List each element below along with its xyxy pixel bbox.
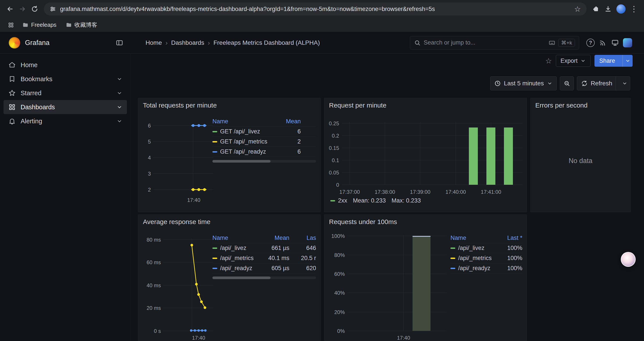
legend-header-name[interactable]: Name [450, 235, 496, 241]
legend-row[interactable]: GET /api/_readyz 6 [212, 147, 316, 157]
panel-title[interactable]: Average response time [143, 218, 210, 226]
help-button[interactable]: ? [584, 37, 597, 49]
legend-row[interactable]: /api/_livez 661 µs 646 [212, 243, 316, 253]
svg-text:4: 4 [148, 155, 151, 161]
extensions-icon[interactable] [590, 3, 602, 15]
svg-text:17:41:00: 17:41:00 [481, 189, 501, 195]
legend-header-name[interactable]: Name [212, 235, 256, 241]
chevron-down-icon[interactable] [116, 76, 122, 82]
legend-row[interactable]: /api/_livez 100% [450, 243, 522, 253]
legend-header-name[interactable]: Name [212, 118, 272, 125]
downloads-button[interactable] [602, 3, 614, 15]
scrollbar-thumb[interactable] [212, 160, 270, 163]
svg-text:40 ms: 40 ms [147, 282, 161, 288]
back-button[interactable] [4, 3, 16, 15]
bookmark-item[interactable]: Freeleaps [19, 20, 60, 30]
bookmark-star-icon[interactable]: ☆ [574, 5, 581, 14]
site-settings-icon[interactable] [50, 6, 56, 12]
series-last: 20.5 r [289, 255, 316, 261]
legend-row[interactable]: /api/_readyz 100% [450, 263, 522, 273]
series-name: GET /api/_readyz [220, 148, 266, 155]
browser-profile-avatar[interactable] [616, 5, 626, 14]
series-mean: 40.1 ms [256, 255, 289, 261]
legend-header-mean[interactable]: Mean [256, 235, 289, 241]
chevron-down-icon[interactable] [116, 118, 122, 124]
share-label[interactable]: Share [594, 55, 620, 67]
series-last: 100% [496, 265, 522, 272]
browser-menu-button[interactable]: ⋮ [628, 3, 640, 15]
sidebar-item-home[interactable]: Home [4, 58, 127, 72]
legend-row[interactable]: /api/_metrics 40.1 ms 20.5 r [212, 253, 316, 263]
panel-title[interactable]: Requests under 100ms [329, 218, 397, 226]
svg-text:60 ms: 60 ms [147, 259, 161, 265]
browser-toolbar: grafana.mathmast.com/d/deytv4rwavabkb/fr… [0, 0, 644, 18]
breadcrumb-dashboards[interactable]: Dashboards [171, 39, 204, 46]
assistant-avatar[interactable] [621, 252, 636, 267]
kebab-menu-icon: ⋮ [630, 5, 638, 14]
user-avatar[interactable] [623, 38, 632, 47]
legend-header-last[interactable]: Las [289, 235, 316, 241]
search-bar[interactable]: ⌘+k [410, 36, 579, 50]
breadcrumb-current: Freeleaps Metrics Dashboard (ALPHA) [214, 39, 320, 46]
chevron-down-icon [547, 81, 552, 86]
sidebar-item-alerting[interactable]: Alerting [4, 114, 127, 128]
legend-header-last[interactable]: Last * [496, 235, 522, 241]
apps-grid-button[interactable] [6, 20, 16, 30]
svg-text:40%: 40% [334, 290, 345, 296]
mega-menu-toggle[interactable] [116, 39, 123, 47]
series-mean: 6 [272, 128, 301, 135]
chevron-down-icon[interactable] [116, 104, 122, 110]
series-swatch-green [212, 247, 217, 249]
address-bar[interactable]: grafana.mathmast.com/d/deytv4rwavabkb/fr… [44, 3, 586, 16]
forward-button[interactable] [16, 3, 28, 15]
legend-horizontal-scrollbar[interactable] [212, 276, 316, 279]
breadcrumb-home[interactable]: Home [146, 39, 162, 46]
svg-text:80%: 80% [334, 252, 345, 258]
panel-average-response-time: Average response time 80 ms 60 ms 40 ms … [138, 214, 321, 341]
sidebar-item-bookmarks[interactable]: Bookmarks [4, 72, 127, 86]
reload-button[interactable] [28, 3, 41, 15]
legend-series-2xx[interactable]: 2xx [330, 197, 347, 204]
url-text[interactable]: grafana.mathmast.com/d/deytv4rwavabkb/fr… [60, 6, 570, 13]
legend-row[interactable]: /api/_metrics 100% [450, 253, 522, 263]
series-name: 2xx [338, 197, 347, 204]
series-name: /api/_metrics [220, 255, 254, 261]
favorite-star-icon[interactable]: ☆ [545, 56, 552, 65]
chevron-down-icon [625, 58, 631, 64]
display-button[interactable] [609, 37, 621, 49]
p5-chart: 100% 80% 60% 40% 20% 0% 17:40 [326, 234, 449, 341]
refresh-interval-toggle[interactable] [620, 81, 630, 86]
export-button[interactable]: Export [556, 55, 590, 67]
legend-row[interactable]: GET /api/_metrics 2 [212, 137, 316, 147]
legend-header-mean[interactable]: Mean [272, 118, 301, 125]
sidebar-item-starred[interactable]: Starred [4, 86, 127, 100]
refresh-button[interactable]: Refresh [577, 76, 630, 90]
sidebar-item-dashboards[interactable]: Dashboards [4, 100, 127, 114]
scrollbar-thumb[interactable] [212, 276, 270, 279]
panel-title[interactable]: Request per minute [329, 102, 386, 109]
svg-text:100%: 100% [332, 234, 345, 239]
news-button[interactable] [597, 37, 609, 49]
svg-text:0.2: 0.2 [332, 133, 339, 139]
time-range-picker[interactable]: Last 5 minutes [490, 76, 557, 90]
search-input[interactable] [424, 39, 546, 46]
time-controls-bar: Last 5 minutes Refresh [131, 76, 644, 90]
legend-row[interactable]: GET /api/_livez 6 [212, 127, 316, 137]
series-swatch-yellow [450, 258, 455, 259]
zoom-out-button[interactable] [560, 76, 574, 90]
grafana-logo[interactable] [9, 37, 20, 49]
sidebar-item-label: Starred [20, 90, 42, 97]
arrow-right-icon [19, 5, 26, 13]
panel-title[interactable]: Errors per second [535, 102, 588, 109]
series-name: GET /api/_livez [220, 128, 260, 135]
bookmark-item[interactable]: 收藏博客 [63, 19, 100, 31]
bookmarks-bar: Freeleaps 收藏博客 [0, 18, 644, 32]
panel-title[interactable]: Total requests per minute [143, 102, 217, 109]
legend-horizontal-scrollbar[interactable] [212, 160, 316, 163]
series-swatch-green [330, 200, 335, 201]
chevron-down-icon[interactable] [116, 90, 122, 96]
legend-row[interactable]: /api/_readyz 605 µs 620 [212, 263, 316, 273]
share-button[interactable]: Share [594, 55, 632, 67]
share-menu-toggle[interactable] [622, 55, 632, 67]
series-max: Max: 0.233 [392, 197, 421, 204]
